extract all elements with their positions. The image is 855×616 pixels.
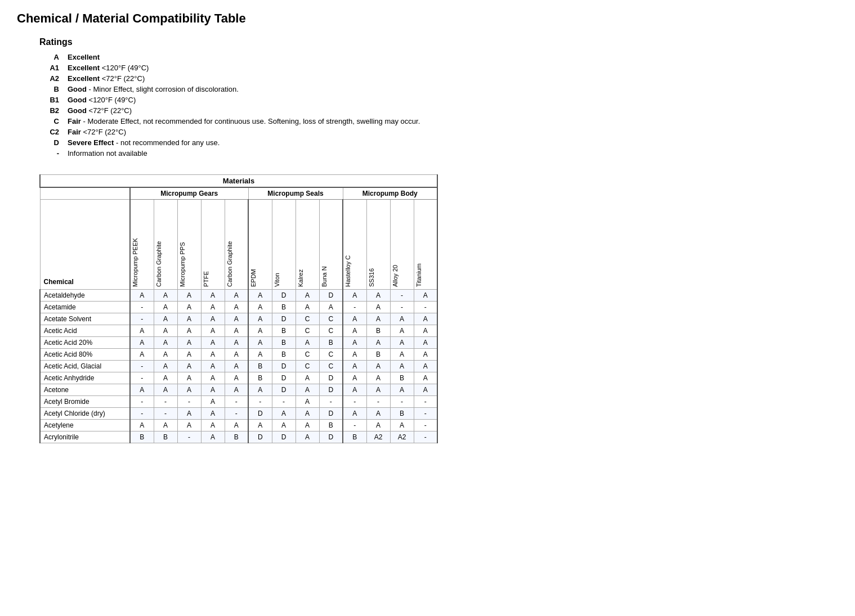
data-cell: A [177, 325, 201, 337]
rating-desc: Fair <72°F (22°C) [68, 128, 838, 136]
rating-key: C2 [39, 128, 59, 136]
data-cell: C [296, 349, 319, 361]
data-cell: B [390, 408, 414, 420]
data-cell: C [319, 313, 343, 325]
data-cell: A [343, 372, 366, 384]
data-cell: D [319, 290, 343, 302]
compatibility-table: MaterialsMicropump GearsMicropump SealsM… [39, 174, 438, 443]
data-cell: A [296, 290, 319, 302]
data-cell: D [272, 290, 296, 302]
ratings-heading: Ratings [39, 37, 838, 47]
data-cell: A [201, 408, 225, 420]
data-cell: A [296, 337, 319, 349]
data-cell: - [177, 396, 201, 408]
data-cell: A [366, 337, 390, 349]
column-header-3: PTFE [201, 200, 225, 290]
data-cell: A [343, 361, 366, 372]
data-cell: A [343, 384, 366, 396]
data-cell: A [225, 420, 248, 431]
data-cell: A [130, 384, 154, 396]
data-cell: A [225, 290, 248, 302]
data-cell: D [319, 384, 343, 396]
data-cell: A [201, 302, 225, 313]
data-cell: A [248, 349, 272, 361]
data-cell: A [390, 325, 414, 337]
data-cell: A [154, 337, 177, 349]
data-cell: B [343, 431, 366, 443]
data-cell: - [130, 302, 154, 313]
data-cell: A [177, 372, 201, 384]
data-cell: A [296, 384, 319, 396]
data-cell: - [248, 396, 272, 408]
data-cell: - [390, 302, 414, 313]
data-cell: - [130, 408, 154, 420]
group-header-2: Micropump Body [343, 187, 437, 200]
data-cell: C [296, 325, 319, 337]
data-cell: A [130, 337, 154, 349]
data-cell: A [201, 431, 225, 443]
data-cell: A [201, 384, 225, 396]
page-title: Chemical / Material Compatibility Table [17, 11, 838, 26]
chemical-name: Acetylene [40, 420, 130, 431]
data-cell: A2 [366, 431, 390, 443]
data-cell: C [296, 361, 319, 372]
table-row: Acetyl Chloride (dry)--AA-DAADAAB- [40, 408, 437, 420]
data-cell: A [177, 361, 201, 372]
data-cell: D [272, 384, 296, 396]
rating-key: B1 [39, 96, 59, 104]
data-cell: A [154, 372, 177, 384]
column-header-4: Carbon Graphite [225, 200, 248, 290]
data-cell: A [201, 325, 225, 337]
data-cell: A [177, 349, 201, 361]
data-cell: A [177, 408, 201, 420]
data-cell: B [272, 302, 296, 313]
data-cell: - [414, 408, 437, 420]
data-cell: A [201, 372, 225, 384]
rating-key: B [39, 85, 59, 93]
data-cell: A [296, 420, 319, 431]
data-cell: A [366, 372, 390, 384]
data-cell: A [130, 325, 154, 337]
data-cell: B [272, 325, 296, 337]
data-cell: B [319, 420, 343, 431]
data-cell: - [390, 396, 414, 408]
data-cell: A [414, 290, 437, 302]
rating-desc: Excellent [68, 53, 838, 61]
data-cell: D [272, 431, 296, 443]
data-cell: A [225, 349, 248, 361]
data-cell: A [130, 349, 154, 361]
data-cell: A [225, 302, 248, 313]
data-cell: A [272, 408, 296, 420]
data-cell: A [154, 361, 177, 372]
chemical-name: Acetamide [40, 302, 130, 313]
materials-header: Materials [40, 175, 437, 188]
data-cell: A [201, 290, 225, 302]
data-cell: A [248, 384, 272, 396]
data-cell: - [366, 396, 390, 408]
chemical-name: Acetaldehyde [40, 290, 130, 302]
column-header-8: Buna N [319, 200, 343, 290]
table-row: Acetic Anhydride-AAAABDADAABA [40, 372, 437, 384]
rating-key: C [39, 117, 59, 125]
rating-desc: Good - Minor Effect, slight corrosion of… [68, 85, 838, 93]
data-cell: A [414, 313, 437, 325]
table-row: Acetic Acid 80%AAAAAABCCABAA [40, 349, 437, 361]
data-cell: C [319, 325, 343, 337]
data-cell: A [154, 349, 177, 361]
rating-item: B1Good <120°F (49°C) [39, 96, 838, 104]
chemical-name: Acetic Acid 80% [40, 349, 130, 361]
column-header-10: SS316 [366, 200, 390, 290]
data-cell: - [414, 420, 437, 431]
data-cell: A [154, 384, 177, 396]
rating-item: B2Good <72°F (22°C) [39, 106, 838, 115]
data-cell: - [414, 302, 437, 313]
rating-desc: Fair - Moderate Effect, not recommended … [68, 117, 838, 125]
data-cell: - [414, 396, 437, 408]
data-cell: A [296, 408, 319, 420]
data-cell: A [343, 313, 366, 325]
data-cell: A [414, 361, 437, 372]
rating-key: B2 [39, 106, 59, 115]
data-cell: A [248, 325, 272, 337]
data-cell: A [154, 290, 177, 302]
data-cell: - [343, 420, 366, 431]
